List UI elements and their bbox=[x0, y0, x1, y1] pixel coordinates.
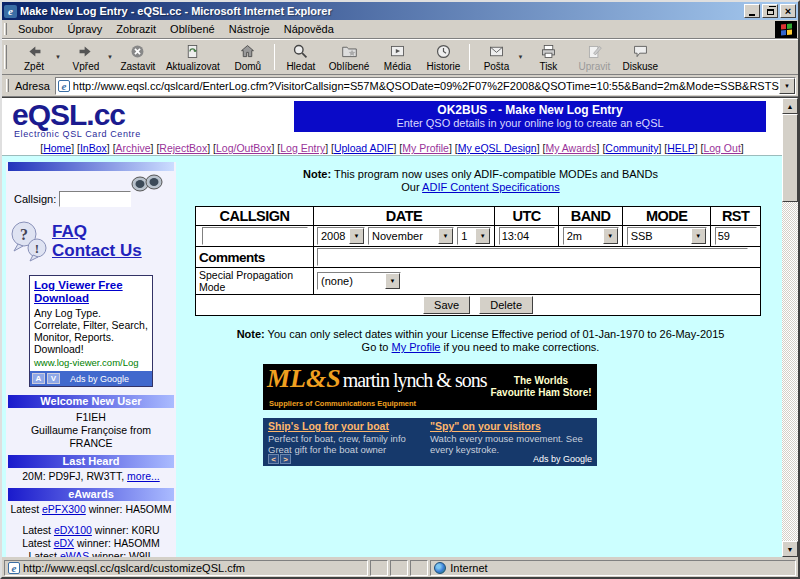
address-dropdown[interactable] bbox=[779, 78, 795, 94]
nav-my-profile[interactable]: My Profile bbox=[402, 142, 449, 154]
nav-my-eqsl-design[interactable]: My eQSL Design bbox=[458, 142, 537, 154]
nav-inbox[interactable]: InBox bbox=[80, 142, 107, 154]
ad-nav-v-button[interactable]: V bbox=[47, 373, 60, 384]
faq-link[interactable]: FAQ bbox=[52, 222, 142, 241]
edx100-link[interactable]: eDX100 bbox=[54, 524, 92, 536]
svg-text:!: ! bbox=[35, 241, 39, 256]
search-button[interactable]: Hledat bbox=[278, 40, 324, 74]
propagation-label: Special Propagation Mode bbox=[196, 268, 314, 295]
day-select[interactable]: 1 bbox=[457, 227, 491, 245]
google-ad2-link[interactable]: "Spy" on your visitors bbox=[430, 420, 586, 432]
scroll-up-button[interactable]: ▲ bbox=[782, 98, 798, 114]
refresh-button[interactable]: Aktualizovat bbox=[161, 40, 225, 74]
nav-upload-adif[interactable]: Upload ADIF bbox=[334, 142, 394, 154]
scroll-down-button[interactable]: ▼ bbox=[782, 541, 798, 557]
restore-button[interactable] bbox=[762, 4, 778, 18]
nav-help[interactable]: HELP bbox=[667, 142, 694, 154]
stop-button[interactable]: Zastavit bbox=[115, 40, 161, 74]
menu-view[interactable]: Zobrazit bbox=[109, 21, 163, 37]
windows-logo-icon bbox=[775, 21, 797, 38]
status-pane bbox=[390, 560, 408, 576]
toolbar-gripper[interactable] bbox=[4, 45, 7, 69]
edx-link[interactable]: eDX bbox=[54, 537, 74, 549]
web-page: eQSL.cc Electronic QSL Card Centre OK2BU… bbox=[2, 98, 782, 557]
award-winner: winner: W9IL bbox=[89, 550, 153, 557]
nav-log-outbox[interactable]: Log/OutBox bbox=[216, 142, 271, 154]
scrollbar-track[interactable] bbox=[782, 202, 798, 541]
discuss-button[interactable]: Diskuse bbox=[617, 40, 663, 74]
year-select[interactable]: 2008 bbox=[317, 227, 365, 245]
save-button[interactable]: Save bbox=[423, 296, 470, 314]
welcome-section-header: Welcome New User bbox=[8, 395, 174, 408]
ad-next-button[interactable]: > bbox=[280, 454, 291, 464]
nav-community[interactable]: Community bbox=[605, 142, 658, 154]
binoculars-icon bbox=[130, 173, 164, 193]
contact-us-link[interactable]: Contact Us bbox=[52, 241, 142, 260]
browser-window: Make New Log Entry - eQSL.cc - Microsoft… bbox=[0, 0, 800, 579]
main-content: Note: This program now uses only ADIF-co… bbox=[179, 156, 782, 557]
nav-log-out[interactable]: Log Out bbox=[703, 142, 740, 154]
mode-select[interactable]: SSB bbox=[627, 227, 707, 245]
nav-home[interactable]: Home bbox=[43, 142, 71, 154]
epfx300-link[interactable]: ePFX300 bbox=[42, 503, 86, 515]
nav-my-awards[interactable]: My Awards bbox=[545, 142, 596, 154]
minimize-button[interactable] bbox=[744, 4, 760, 18]
callsign-search-input[interactable] bbox=[59, 191, 131, 207]
sidebar-gradient-bar bbox=[8, 162, 174, 171]
address-input[interactable] bbox=[73, 79, 779, 93]
band-select[interactable]: 2m bbox=[563, 227, 619, 245]
back-icon bbox=[26, 43, 43, 60]
menu-gripper[interactable] bbox=[4, 23, 7, 36]
history-button[interactable]: Historie bbox=[420, 40, 466, 74]
band-header: BAND bbox=[559, 207, 623, 226]
my-profile-link[interactable]: My Profile bbox=[392, 341, 441, 353]
menu-edit[interactable]: Úpravy bbox=[60, 21, 109, 37]
page-icon bbox=[58, 80, 70, 92]
ad-prev-button[interactable]: < bbox=[268, 454, 279, 464]
address-gripper[interactable] bbox=[6, 79, 9, 92]
favorites-button[interactable]: Oblíbené bbox=[324, 40, 375, 74]
award-winner: winner: K0RU bbox=[92, 524, 160, 536]
back-button[interactable]: Zpět bbox=[11, 40, 57, 74]
nav-rejectbox[interactable]: RejectBox bbox=[159, 142, 207, 154]
chevron-down-icon bbox=[475, 228, 490, 244]
mls-banner-ad[interactable]: ML&S martin lynch & sons Suppliers of Co… bbox=[263, 364, 597, 410]
last-heard-more-link[interactable]: more... bbox=[127, 470, 160, 482]
back-dropdown[interactable]: ▼ bbox=[55, 54, 61, 60]
close-button[interactable]: × bbox=[780, 4, 796, 18]
menu-file[interactable]: Soubor bbox=[11, 21, 60, 37]
ad-nav-a-button[interactable]: A bbox=[32, 373, 45, 384]
utc-input[interactable] bbox=[499, 227, 555, 245]
menu-help[interactable]: Nápověda bbox=[277, 21, 341, 37]
callsign-search: Callsign: bbox=[8, 171, 174, 213]
ewas-link[interactable]: eWAS bbox=[60, 550, 89, 557]
comments-input[interactable] bbox=[317, 248, 748, 266]
nav-archive[interactable]: Archive bbox=[116, 142, 151, 154]
month-select[interactable]: November bbox=[368, 227, 454, 245]
mail-button[interactable]: Pošta bbox=[473, 40, 519, 74]
chevron-down-icon bbox=[691, 228, 706, 244]
edit-button: Upravit bbox=[571, 40, 617, 74]
vertical-scrollbar[interactable]: ▲ ▼ bbox=[782, 98, 798, 557]
adif-specs-link[interactable]: ADIF Content Specifications bbox=[422, 181, 560, 193]
media-button[interactable]: Média bbox=[374, 40, 420, 74]
propagation-select[interactable]: (none) bbox=[317, 272, 401, 290]
home-button[interactable]: Domů bbox=[225, 40, 271, 74]
rst-input[interactable] bbox=[715, 227, 757, 245]
callsign-input[interactable] bbox=[202, 227, 308, 245]
nav-log-entry[interactable]: Log Entry bbox=[280, 142, 325, 154]
menu-tools[interactable]: Nástroje bbox=[222, 21, 277, 37]
forward-dropdown[interactable]: ▼ bbox=[107, 54, 113, 60]
eawards-section-header: eAwards bbox=[8, 488, 174, 501]
ie-logo-icon bbox=[4, 5, 17, 18]
forward-button[interactable]: Vpřed bbox=[63, 40, 109, 74]
chevron-down-icon bbox=[349, 228, 364, 244]
sidebar-ad-title-link[interactable]: Log Viewer Free Download bbox=[34, 279, 148, 305]
menu-favorites[interactable]: Oblíbené bbox=[163, 21, 222, 37]
delete-button[interactable]: Delete bbox=[479, 296, 533, 314]
google-ad1-link[interactable]: Ship's Log for your boat bbox=[268, 420, 424, 432]
mls-name: martin lynch & sons bbox=[343, 369, 487, 392]
mail-dropdown[interactable]: ▼ bbox=[517, 54, 523, 60]
print-button[interactable]: Tisk bbox=[525, 40, 571, 74]
scrollbar-thumb[interactable] bbox=[782, 114, 798, 202]
